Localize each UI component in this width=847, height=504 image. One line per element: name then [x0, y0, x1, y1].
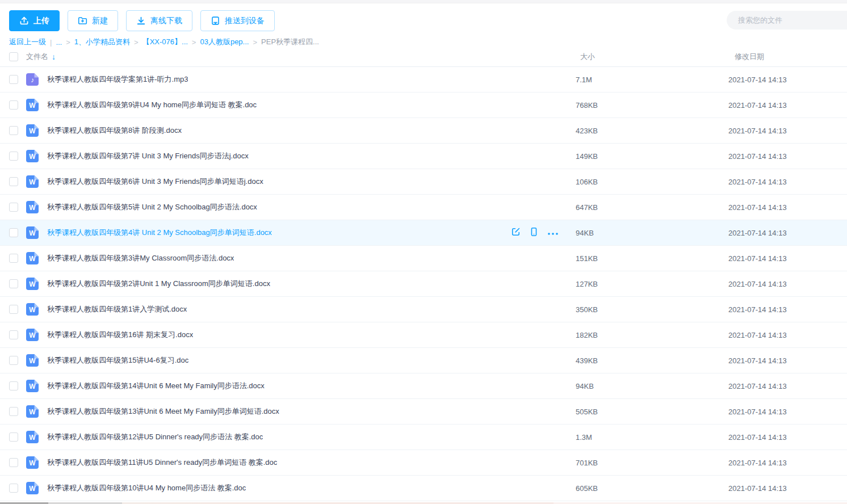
header-name-label[interactable]: 文件名 [26, 52, 48, 62]
row-checkbox[interactable] [9, 381, 18, 390]
file-type-icon: W [26, 201, 39, 213]
svg-text:W: W [29, 306, 36, 314]
svg-text:W: W [29, 153, 36, 161]
file-size: 94KB [576, 229, 728, 237]
file-date: 2021-07-14 14:13 [728, 203, 847, 212]
file-row[interactable]: W 秋季课程人教版四年级第4讲 Unit 2 My Schoolbag同步单词短… [0, 220, 847, 246]
file-row[interactable]: W 秋季课程人教版四年级第13讲Unit 6 Meet My Family同步单… [0, 399, 847, 425]
row-checkbox[interactable] [9, 432, 18, 442]
file-name-link[interactable]: 秋季课程人教版四年级第1讲入学测试.docx [47, 304, 187, 314]
file-name-link[interactable]: 秋季课程人教版四年级第9讲U4 My home同步单词短语 教案.doc [47, 100, 257, 110]
row-checkbox[interactable] [9, 330, 18, 339]
file-name-link[interactable]: 秋季课程人教版四年级第11讲U5 Dinner's ready同步单词短语 教案… [47, 457, 277, 468]
select-all-checkbox[interactable] [9, 52, 18, 61]
file-date: 2021-07-14 14:13 [728, 433, 847, 442]
file-row[interactable]: W 秋季课程人教版四年级第6讲 Unit 3 My Friends同步单词短语j… [0, 169, 847, 195]
send-to-device-icon[interactable] [530, 227, 538, 238]
sort-desc-icon[interactable]: ↓ [52, 53, 56, 61]
rename-icon[interactable] [511, 227, 521, 238]
breadcrumb-back-link[interactable]: 返回上一级 [9, 37, 46, 47]
file-date: 2021-07-14 14:13 [728, 382, 847, 390]
file-row[interactable]: W 秋季课程人教版四年级第11讲U5 Dinner's ready同步单词短语 … [0, 450, 847, 476]
more-actions-icon[interactable] [547, 229, 559, 237]
row-checkbox[interactable] [9, 152, 18, 161]
file-type-icon: W [26, 303, 39, 316]
file-name-link[interactable]: 秋季课程人教版四年级第3讲My Classroom同步语法.docx [47, 253, 234, 263]
file-name-link[interactable]: 秋季课程人教版四年级第14讲Unit 6 Meet My Family同步语法.… [47, 381, 265, 391]
search-input[interactable] [727, 11, 847, 30]
file-row[interactable]: W 秋季课程人教版四年级第8讲 阶段测.docx 423KB 2021-07-1… [0, 118, 847, 144]
push-to-device-button[interactable]: 推送到设备 [200, 10, 275, 31]
row-name-cell: 秋季课程人教版四年级第12讲U5 Dinner's ready同步语法 教案.d… [47, 432, 576, 442]
svg-text:♪: ♪ [31, 76, 34, 84]
new-button[interactable]: 新建 [68, 10, 118, 31]
file-row[interactable]: W 秋季课程人教版四年级第16讲 期末复习.docx 182KB 2021-07… [0, 322, 847, 348]
file-name-link[interactable]: 秋季课程人教版四年级第5讲 Unit 2 My Schoolbag同步语法.do… [47, 202, 257, 212]
row-checkbox[interactable] [9, 126, 18, 135]
file-name-link[interactable]: 秋季课程人教版四年级学案第1讲-听力.mp3 [47, 74, 188, 85]
row-checkbox[interactable] [9, 228, 18, 237]
file-name-link[interactable]: 秋季课程人教版四年级第8讲 阶段测.docx [47, 125, 182, 136]
file-name-link[interactable]: 秋季课程人教版四年级第4讲 Unit 2 My Schoolbag同步单词短语.… [47, 228, 272, 238]
file-date: 2021-07-14 14:13 [728, 229, 847, 237]
file-name-link[interactable]: 秋季课程人教版四年级第7讲 Unit 3 My Friends同步语法j.doc… [47, 151, 249, 161]
row-icon-cell: W [26, 124, 47, 137]
row-name-cell: 秋季课程人教版四年级第7讲 Unit 3 My Friends同步语法j.doc… [47, 151, 576, 161]
row-checkbox[interactable] [9, 254, 18, 263]
row-checkbox[interactable] [9, 305, 18, 314]
row-checkbox-cell [9, 381, 26, 390]
row-icon-cell: W [26, 252, 47, 264]
file-row[interactable]: W 秋季课程人教版四年级第1讲入学测试.docx 350KB 2021-07-1… [0, 297, 847, 322]
file-row[interactable]: W 秋季课程人教版四年级第2讲Unit 1 My Classroom同步单词短语… [0, 271, 847, 297]
breadcrumb-link[interactable]: 1、小学精品资料 [74, 37, 130, 47]
file-type-icon: W [26, 150, 39, 162]
file-date: 2021-07-14 14:13 [728, 331, 847, 339]
file-name-link[interactable]: 秋季课程人教版四年级第2讲Unit 1 My Classroom同步单词短语.d… [47, 279, 270, 289]
breadcrumb-link[interactable]: 【XX-076】... [142, 37, 188, 47]
file-size: 1.3M [576, 433, 728, 442]
file-row[interactable]: W 秋季课程人教版四年级第12讲U5 Dinner's ready同步语法 教案… [0, 425, 847, 450]
upload-button[interactable]: 上传 [9, 10, 60, 31]
file-name-link[interactable]: 秋季课程人教版四年级第16讲 期末复习.docx [47, 330, 193, 340]
svg-text:W: W [29, 178, 36, 186]
row-checkbox[interactable] [9, 356, 18, 365]
row-icon-cell: W [26, 99, 47, 111]
file-name-link[interactable]: 秋季课程人教版四年级第6讲 Unit 3 My Friends同步单词短语j.d… [47, 177, 263, 187]
row-checkbox[interactable] [9, 75, 18, 84]
file-row[interactable]: W 秋季课程人教版四年级第14讲Unit 6 Meet My Family同步语… [0, 373, 847, 399]
file-size: 151KB [576, 254, 728, 263]
file-row[interactable]: W 秋季课程人教版四年级第5讲 Unit 2 My Schoolbag同步语法.… [0, 195, 847, 220]
breadcrumb-link[interactable]: ... [56, 38, 62, 47]
file-row[interactable]: W 秋季课程人教版四年级第7讲 Unit 3 My Friends同步语法j.d… [0, 144, 847, 169]
file-name-link[interactable]: 秋季课程人教版四年级第15讲U4-6复习.doc [47, 355, 188, 366]
row-checkbox-cell [9, 203, 26, 212]
file-row[interactable]: ♪ 秋季课程人教版四年级学案第1讲-听力.mp3 7.1M 2021-07-14… [0, 67, 847, 93]
file-date: 2021-07-14 14:13 [728, 75, 847, 84]
row-checkbox[interactable] [9, 458, 18, 467]
file-row[interactable]: W 秋季课程人教版四年级第10讲U4 My home同步语法 教案.doc 60… [0, 476, 847, 501]
file-row[interactable]: W 秋季课程人教版四年级第9讲U4 My home同步单词短语 教案.doc 7… [0, 93, 847, 118]
file-row[interactable]: W 秋季课程人教版四年级第15讲U4-6复习.doc 439KB 2021-07… [0, 348, 847, 373]
file-name-link[interactable]: 秋季课程人教版四年级第13讲Unit 6 Meet My Family同步单词短… [47, 406, 279, 417]
row-checkbox[interactable] [9, 484, 18, 493]
upload-button-label: 上传 [33, 16, 49, 26]
row-checkbox[interactable] [9, 279, 18, 288]
offline-download-button[interactable]: 离线下载 [126, 10, 192, 31]
row-checkbox[interactable] [9, 177, 18, 186]
file-row[interactable]: W 秋季课程人教版四年级第3讲My Classroom同步语法.docx 151… [0, 246, 847, 271]
svg-text:W: W [29, 357, 36, 365]
row-name-cell: 秋季课程人教版四年级第1讲入学测试.docx [47, 304, 576, 314]
row-icon-cell: W [26, 405, 47, 418]
row-checkbox[interactable] [9, 100, 18, 110]
header-size-label[interactable]: 大小 [576, 52, 728, 62]
row-name-cell: 秋季课程人教版四年级第16讲 期末复习.docx [47, 330, 576, 340]
header-date-label[interactable]: 修改日期 [728, 52, 847, 62]
breadcrumb-link[interactable]: 03人教版pep... [200, 37, 249, 47]
row-name-cell: 秋季课程人教版四年级第8讲 阶段测.docx [47, 125, 576, 136]
file-name-link[interactable]: 秋季课程人教版四年级第10讲U4 My home同步语法 教案.doc [47, 483, 246, 493]
row-checkbox[interactable] [9, 407, 18, 416]
file-type-icon: W [26, 456, 39, 469]
file-name-link[interactable]: 秋季课程人教版四年级第12讲U5 Dinner's ready同步语法 教案.d… [47, 432, 263, 442]
row-checkbox[interactable] [9, 203, 18, 212]
row-checkbox-cell [9, 484, 26, 493]
